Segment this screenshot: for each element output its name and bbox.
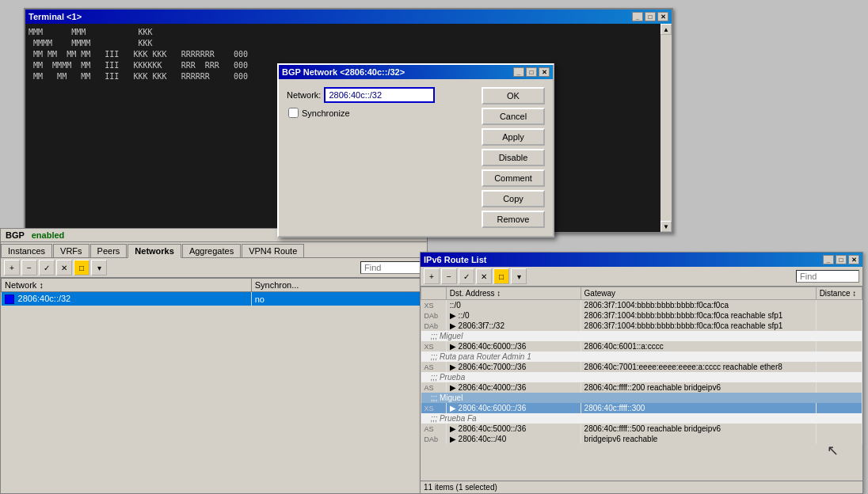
route-gateway: 2806:40c:7001:eeee:eeee:eeee:a:cccc reac… bbox=[581, 362, 816, 372]
terminal-window-controls: _ □ ✕ bbox=[632, 12, 668, 21]
bgp-add-btn[interactable]: + bbox=[4, 260, 20, 276]
bgp-check-btn[interactable]: ✓ bbox=[39, 260, 55, 276]
tab-vpn4route[interactable]: VPN4 Route bbox=[242, 244, 304, 257]
ipv6-x-btn[interactable]: ✕ bbox=[476, 268, 492, 284]
bgp-dialog-right: OK Cancel Apply Disable Comment Copy Rem… bbox=[482, 87, 545, 228]
route-type: AS bbox=[421, 424, 447, 434]
ipv6-close-btn[interactable]: ✕ bbox=[848, 255, 859, 264]
network-input[interactable] bbox=[324, 87, 435, 103]
route-type: XS bbox=[421, 300, 447, 311]
col-distance[interactable]: Distance ↕ bbox=[816, 287, 862, 300]
route-distance bbox=[816, 434, 862, 444]
bgp-network-table: Network ↕ Synchron... 2806:40c::/32 no bbox=[1, 278, 427, 306]
ipv6-panel: IPv6 Route List _ □ ✕ + − ✓ ✕ □ ▾ Dst. A… bbox=[420, 252, 863, 494]
network-field-row: Network: bbox=[287, 87, 475, 103]
col-gateway[interactable]: Gateway bbox=[581, 287, 816, 300]
col-dst[interactable]: Dst. Address ↕ bbox=[446, 287, 581, 300]
tab-aggregates[interactable]: Aggregates bbox=[182, 244, 241, 257]
ipv6-window-controls: _ □ ✕ bbox=[823, 255, 859, 264]
bgp-dialog-controls: _ □ ✕ bbox=[513, 67, 550, 77]
col-synchron[interactable]: Synchron... bbox=[251, 279, 426, 292]
comment-row: ;;; Miguel bbox=[421, 331, 862, 341]
network-cell: 2806:40c::/32 bbox=[2, 292, 252, 306]
synchronize-label: Synchronize bbox=[302, 108, 350, 118]
bgp-tab-bar: Instances VRFs Peers Networks Aggregates… bbox=[1, 242, 427, 258]
ipv6-search-input[interactable] bbox=[796, 270, 859, 283]
route-row[interactable]: XS ▶ 2806:40c:6000::/36 2806:40c:6001::a… bbox=[421, 341, 862, 352]
ipv6-filter-btn[interactable]: ▾ bbox=[511, 268, 527, 284]
bgp-network-dialog: BGP Network <2806:40c::/32> _ □ ✕ Networ… bbox=[277, 63, 554, 238]
ipv6-route-table: Dst. Address ↕ Gateway Distance ↕ XS ::/… bbox=[421, 287, 862, 444]
col-network[interactable]: Network ↕ bbox=[2, 279, 252, 292]
route-type: AS bbox=[421, 362, 447, 372]
tab-networks[interactable]: Networks bbox=[128, 244, 181, 258]
ipv6-status-text: 11 items (1 selected) bbox=[424, 483, 497, 492]
bgp-dialog-maximize-btn[interactable]: □ bbox=[526, 67, 537, 77]
route-gateway: bridgeipv6 reachable bbox=[581, 434, 816, 444]
network-row[interactable]: 2806:40c::/32 no bbox=[2, 292, 427, 306]
cursor-icon: ↖ bbox=[827, 442, 839, 459]
bgp-dialog-close-btn[interactable]: ✕ bbox=[539, 67, 550, 77]
route-row[interactable]: XS ::/0 2806:3f7:1004:bbbb:bbbb:bbbb:f0c… bbox=[421, 300, 862, 311]
synchronize-checkbox[interactable] bbox=[288, 108, 299, 118]
network-label: Network: bbox=[287, 90, 321, 100]
route-row[interactable]: AS ▶ 2806:40c:5000::/36 2806:40c:ffff::5… bbox=[421, 424, 862, 434]
comment-button[interactable]: Comment bbox=[482, 169, 545, 187]
comment-text: ;;; Prueba bbox=[421, 372, 862, 382]
copy-button[interactable]: Copy bbox=[482, 190, 545, 207]
route-row[interactable]: DAb ▶ 2806:40c::/40 bridgeipv6 reachable bbox=[421, 434, 862, 444]
ipv6-remove-btn[interactable]: − bbox=[441, 268, 457, 284]
terminal-title: Terminal <1> bbox=[29, 12, 82, 21]
ipv6-check-btn[interactable]: ✓ bbox=[459, 268, 474, 284]
route-gateway: 2806:40c:ffff::200 reachable bridgeipv6 bbox=[581, 382, 816, 393]
route-type: DAb bbox=[421, 310, 447, 321]
tab-peers[interactable]: Peers bbox=[90, 244, 128, 257]
ipv6-maximize-btn[interactable]: □ bbox=[836, 255, 847, 264]
cancel-button[interactable]: Cancel bbox=[482, 108, 545, 125]
route-type: DAb bbox=[421, 321, 447, 331]
route-dst: ▶ 2806:40c:6000::/36 bbox=[446, 403, 581, 413]
route-row[interactable]: AS ▶ 2806:40c:7000::/36 2806:40c:7001:ee… bbox=[421, 362, 862, 372]
route-distance bbox=[816, 300, 862, 311]
ipv6-copy-btn[interactable]: □ bbox=[493, 268, 509, 284]
comment-row: ;;; Prueba Fa bbox=[421, 413, 862, 424]
bgp-remove-btn[interactable]: − bbox=[21, 260, 37, 276]
terminal-scroll-up[interactable]: ▲ bbox=[661, 24, 672, 35]
tab-vrfs[interactable]: VRFs bbox=[53, 244, 89, 257]
comment-text: ;;; Miguel bbox=[421, 331, 862, 341]
disable-button[interactable]: Disable bbox=[482, 149, 545, 166]
route-gateway: 2806:40c:ffff::500 reachable bridgeipv6 bbox=[581, 424, 816, 434]
bgp-filter-btn[interactable]: ▾ bbox=[91, 260, 107, 276]
bgp-toolbar: + − ✓ ✕ □ ▾ bbox=[1, 258, 427, 278]
ipv6-minimize-btn[interactable]: _ bbox=[823, 255, 834, 264]
route-dst: ▶ ::/0 bbox=[446, 310, 581, 321]
col-type bbox=[421, 287, 447, 300]
route-gateway: 2806:40c:6001::a:cccc bbox=[581, 341, 816, 352]
terminal-minimize-btn[interactable]: _ bbox=[632, 12, 643, 21]
route-type: AS bbox=[421, 382, 447, 393]
apply-button[interactable]: Apply bbox=[482, 128, 545, 146]
route-row[interactable]: DAb ▶ 2806:3f7::/32 2806:3f7:1004:bbbb:b… bbox=[421, 321, 862, 331]
terminal-close-btn[interactable]: ✕ bbox=[657, 12, 668, 21]
network-name: 2806:40c::/32 bbox=[18, 294, 71, 303]
terminal-scroll-down[interactable]: ▼ bbox=[661, 221, 672, 232]
route-dst: ▶ 2806:40c:5000::/36 bbox=[446, 424, 581, 434]
route-row[interactable]: DAb ▶ ::/0 2806:3f7:1004:bbbb:bbbb:bbbb:… bbox=[421, 310, 862, 321]
route-dst: ▶ 2806:40c:7000::/36 bbox=[446, 362, 581, 372]
route-dst: ▶ 2806:40c:4000::/36 bbox=[446, 382, 581, 393]
route-row[interactable]: AS ▶ 2806:40c:4000::/36 2806:40c:ffff::2… bbox=[421, 382, 862, 393]
route-distance bbox=[816, 382, 862, 393]
bgp-search-input[interactable] bbox=[360, 261, 424, 274]
terminal-scrollbar[interactable]: ▲ ▼ bbox=[661, 24, 672, 232]
bgp-dialog-minimize-btn[interactable]: _ bbox=[513, 67, 524, 77]
bgp-copy-btn[interactable]: □ bbox=[74, 260, 89, 276]
tab-instances[interactable]: Instances bbox=[1, 244, 52, 257]
remove-button[interactable]: Remove bbox=[482, 211, 545, 228]
comment-text: ;;; Ruta para Router Admin 1 bbox=[421, 352, 862, 362]
bgp-x-btn[interactable]: ✕ bbox=[56, 260, 72, 276]
terminal-maximize-btn[interactable]: □ bbox=[645, 12, 656, 21]
ipv6-add-btn[interactable]: + bbox=[424, 268, 440, 284]
route-type: XS bbox=[421, 341, 447, 352]
ok-button[interactable]: OK bbox=[482, 87, 545, 104]
selected-route-row[interactable]: XS ▶ 2806:40c:6000::/36 2806:40c:ffff::3… bbox=[421, 403, 862, 413]
